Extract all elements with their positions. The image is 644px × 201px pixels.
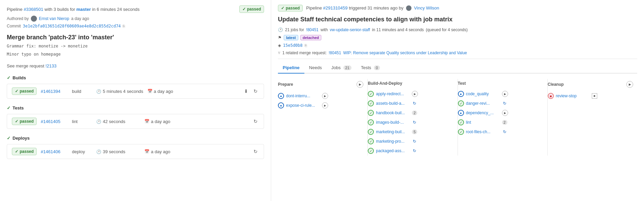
job-assets-build-status: ✓ — [368, 100, 374, 106]
tab-jobs[interactable]: Jobs 21 — [326, 62, 356, 74]
job-root-files-link[interactable]: root-files-ch... — [466, 129, 500, 134]
merge-title: Merge branch 'patch-23' into 'master' — [7, 34, 264, 41]
build-time: 📅 a day ago — [147, 89, 239, 94]
job-dependency-link[interactable]: dependency_... — [466, 110, 500, 115]
builds-section: ✓ Builds passed #1461394 build 5 minutes… — [7, 75, 264, 99]
flag-icon: ⚑ — [278, 35, 282, 40]
job-assets-build-link[interactable]: assets-build-a... — [376, 101, 410, 106]
pipeline-id-link[interactable]: #3368501 — [24, 7, 43, 12]
job-dont-interru: ● dont-interru... ▶ — [278, 91, 363, 101]
job-review-stop-link[interactable]: review-stop — [556, 94, 590, 98]
download-button[interactable]: ⬇ — [243, 88, 249, 95]
retry-button[interactable]: ↻ — [252, 88, 259, 95]
job-images-build-refresh[interactable]: ↻ — [412, 120, 417, 125]
job-packaged-ass-status: ✓ — [368, 148, 374, 154]
job-danger-revi: ✓ danger-revi... ↻ — [458, 99, 543, 108]
rp-pipeline-id[interactable]: #291310459 — [323, 5, 347, 11]
job-expose-ci-link[interactable]: expose-ci-rule... — [286, 103, 320, 108]
job-dependency-play[interactable]: ▶ — [502, 110, 508, 116]
rp-commit-hash[interactable]: 15e5d0b8 — [283, 43, 303, 48]
job-marketing-pro-refresh[interactable]: ↻ — [412, 139, 417, 144]
build-actions: ⬇ ↻ — [243, 88, 259, 95]
stage-prepare: Prepare ▶ ● dont-interru... ▶ ● expose-c… — [278, 79, 368, 156]
commit-hash-link[interactable]: 3e1e2bfa013651d28f60609ae4e8d2c855d2cd74 — [23, 24, 121, 28]
job-review-stop-square[interactable]: ■ — [592, 93, 597, 99]
job-handbook-status: ✓ — [368, 110, 374, 116]
calendar-icon-3: 📅 — [144, 149, 149, 154]
rp-top-bar: passed Pipeline #291310459 triggered 31 … — [278, 5, 637, 12]
job-packaged-ass-link[interactable]: packaged-ass... — [376, 148, 410, 153]
merge-request-link[interactable]: !2133 — [45, 63, 57, 68]
job-lint-link[interactable]: lint — [466, 120, 500, 125]
job-danger-revi-refresh[interactable]: ↻ — [502, 101, 507, 106]
job-apply-redirect-play[interactable]: ▶ — [412, 91, 418, 97]
job-apply-redirect-link[interactable]: apply-redirect... — [376, 92, 410, 96]
job-images-build-link[interactable]: images-build-... — [376, 120, 410, 125]
tests-check-icon: ✓ — [7, 105, 11, 110]
author-label: Authored by — [7, 16, 29, 21]
stage-prepare-play[interactable]: ▶ — [357, 81, 363, 88]
test-retry-button[interactable]: ↻ — [252, 118, 259, 125]
tests-tab-count: 0 — [374, 65, 380, 70]
job-expose-ci-play[interactable]: ▶ — [322, 102, 328, 108]
rp-commit-row: ◈ 15e5d0b8 ⎘ — [278, 43, 637, 48]
tests-label: Tests — [13, 105, 24, 110]
tab-needs[interactable]: Needs — [304, 62, 327, 74]
rp-author-link[interactable]: Vincy Wilson — [414, 5, 439, 11]
deploys-label: Deploys — [13, 136, 30, 141]
stage-test-header: Test — [458, 79, 543, 89]
copy-icon[interactable]: ⎘ — [123, 24, 125, 28]
job-packaged-ass-refresh[interactable]: ↻ — [412, 148, 417, 154]
builds-section-header: ✓ Builds — [7, 75, 264, 80]
job-dont-interru-play[interactable]: ▶ — [322, 93, 328, 99]
job-handbook-link[interactable]: handbook-buil... — [376, 110, 410, 115]
job-marketing-buil-link[interactable]: marketing-buil... — [376, 129, 410, 134]
stage-test: Test ● code_quality ▶ ✓ danger-revi... ↻… — [458, 79, 548, 156]
tag-detached: detached — [300, 35, 321, 40]
calendar-icon: 📅 — [147, 89, 153, 94]
pipeline-time: in 6 minutes 24 seconds — [92, 7, 140, 12]
test-type: lint — [72, 119, 92, 124]
job-assets-build-refresh[interactable]: ↻ — [412, 101, 417, 106]
related-merge-id[interactable]: !80451 — [329, 51, 341, 55]
builds-check-icon: ✓ — [7, 75, 11, 80]
job-code-quality-link[interactable]: code_quality — [466, 92, 500, 96]
author-name-link[interactable]: Ernst van Nierop — [39, 16, 69, 21]
related-merge-title[interactable]: WIP: Remove separate Quality sections un… — [343, 51, 467, 55]
build-id-link[interactable]: #1461394 — [41, 89, 68, 94]
rp-copy-icon[interactable]: ⎘ — [305, 43, 307, 47]
job-images-build: ✓ images-build-... ↻ — [368, 118, 453, 127]
job-root-files-refresh[interactable]: ↻ — [502, 129, 507, 135]
job-expose-ci: ● expose-ci-rule... ▶ — [278, 101, 363, 110]
stage-test-label: Test — [458, 81, 466, 86]
deploy-type: deploy — [72, 149, 92, 154]
tab-tests[interactable]: Tests 0 — [356, 62, 385, 74]
deploy-id-link[interactable]: #1461406 — [41, 149, 68, 154]
branch-link[interactable]: master — [76, 7, 91, 12]
author-time: a day ago — [71, 16, 89, 21]
merge-request-line: See merge request !2133 — [7, 63, 264, 68]
stage-build-deploy-header: Build-and-deploy — [368, 79, 453, 89]
tab-pipeline[interactable]: Pipeline — [278, 62, 304, 74]
job-lint: ✓ lint 2 — [458, 118, 543, 127]
stage-build-deploy-label: Build-and-deploy — [368, 81, 402, 86]
job-images-build-status: ✓ — [368, 119, 374, 125]
deploys-section-header: ✓ Deploys — [7, 136, 264, 141]
job-marketing-pro-link[interactable]: marketing-pro... — [376, 139, 410, 144]
stage-cleanup-play[interactable]: ▶ — [626, 81, 633, 88]
deploy-row: passed #1461406 deploy 39 seconds 📅 a da… — [7, 144, 264, 159]
test-id-link[interactable]: #1461405 — [41, 119, 68, 124]
clock-icon-rp: 🕐 — [278, 27, 283, 32]
jobs-milestone-link[interactable]: !80451 — [306, 27, 319, 32]
job-danger-revi-link[interactable]: danger-revi... — [466, 101, 500, 106]
jobs-duration: in 11 minutes and 4 seconds — [372, 27, 424, 32]
deploy-retry-button[interactable]: ↻ — [252, 148, 259, 155]
job-dont-interru-link[interactable]: dont-interru... — [286, 94, 320, 98]
job-root-files-status: ✓ — [458, 129, 464, 135]
merge-icon: ⑂ — [278, 51, 280, 55]
rp-passed-badge: passed — [278, 5, 303, 12]
job-code-quality-play[interactable]: ▶ — [502, 91, 508, 97]
rp-trigger-text: triggered 31 minutes ago by — [349, 5, 403, 11]
tests-section-header: ✓ Tests — [7, 105, 264, 110]
jobs-branch-link[interactable]: vw-update-senior-staff — [330, 27, 370, 32]
